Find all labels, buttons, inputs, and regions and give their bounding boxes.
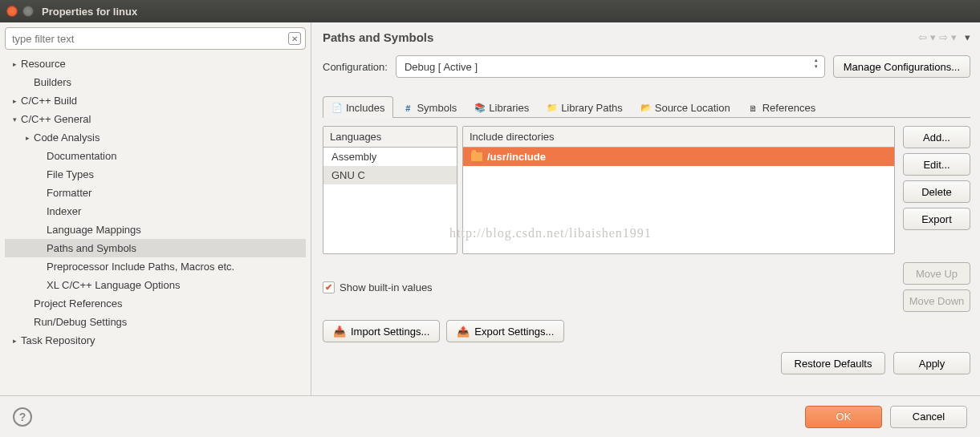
tree-item[interactable]: Formatter [5, 184, 306, 202]
content-pane: Paths and Symbols ⇦ ▾ ⇨ ▾ ▾ Configuratio… [311, 22, 980, 395]
tree-item[interactable]: ▸Code Analysis [5, 128, 306, 147]
tree-item[interactable]: Preprocessor Include Paths, Macros etc. [5, 257, 306, 276]
show-builtin-checkbox[interactable]: ✔ [323, 281, 335, 293]
tree-item-label: Preprocessor Include Paths, Macros etc. [47, 261, 234, 273]
tab-icon: 📚 [474, 103, 486, 114]
add-button[interactable]: Add... [903, 126, 970, 148]
tree-item-label: Builders [34, 76, 71, 88]
nav-history: ⇦ ▾ ⇨ ▾ ▾ [918, 31, 970, 43]
tree-item-label: XL C/C++ Language Options [47, 279, 180, 291]
tree-item[interactable]: XL C/C++ Language Options [5, 276, 306, 294]
window-minimize-button[interactable] [22, 6, 34, 17]
nav-forward-icon[interactable]: ⇨ [939, 31, 948, 43]
window-close-button[interactable] [6, 6, 18, 17]
tab-includes[interactable]: 📄Includes [323, 96, 393, 118]
edit-button[interactable]: Edit... [903, 153, 970, 176]
tree-item[interactable]: ▸Task Repository [5, 331, 306, 350]
tree-item[interactable]: Language Mappings [5, 221, 306, 239]
tree-item[interactable]: Documentation [5, 147, 306, 165]
tree-item-label: File Types [47, 168, 94, 180]
help-icon[interactable]: ? [13, 407, 32, 427]
nav-back-icon[interactable]: ⇦ [918, 31, 927, 43]
tree-item[interactable]: Run/Debug Settings [5, 313, 306, 331]
tree-item-label: Code Analysis [34, 132, 100, 144]
import-icon: 📥 [333, 326, 346, 338]
show-builtin-label: Show built-in values [340, 281, 433, 293]
twist-icon: ▾ [10, 115, 19, 123]
nav-forward-menu-icon[interactable]: ▾ [951, 31, 957, 43]
view-menu-icon[interactable]: ▾ [965, 31, 970, 43]
move-up-button[interactable]: Move Up [903, 262, 970, 285]
tab-source-location[interactable]: 📂Source Location [632, 96, 739, 118]
tab-icon: 📂 [640, 103, 652, 114]
sidebar: ✕ ▸ResourceBuilders▸C/C++ Build▾C/C++ Ge… [0, 22, 311, 395]
manage-configurations-button[interactable]: Manage Configurations... [833, 55, 970, 78]
tab-icon: 📁 [547, 103, 558, 114]
tree-item-label: Paths and Symbols [47, 242, 136, 254]
nav-back-menu-icon[interactable]: ▾ [930, 31, 936, 43]
ok-button[interactable]: OK [805, 406, 882, 428]
include-directories-header: Include directories [463, 127, 894, 148]
include-dir-row[interactable]: /usr/include [463, 148, 894, 166]
language-row[interactable]: Assembly [323, 148, 457, 166]
delete-button[interactable]: Delete [903, 180, 970, 203]
filter-input[interactable] [5, 27, 306, 50]
export-button[interactable]: Export [903, 208, 970, 230]
tab-bar: 📄Includes#Symbols📚Libraries📁Library Path… [323, 95, 970, 118]
tree-item[interactable]: ▸Resource [5, 55, 306, 73]
folder-icon [471, 152, 482, 161]
tab-icon: # [402, 103, 413, 114]
tree-item-label: Task Repository [21, 334, 95, 346]
tree-item[interactable]: ▾C/C++ General [5, 110, 306, 128]
tree-item-label: Run/Debug Settings [34, 316, 127, 328]
tree-item-label: Indexer [47, 205, 81, 217]
page-title: Paths and Symbols [323, 30, 433, 44]
twist-icon: ▸ [22, 134, 32, 142]
languages-header: Languages [323, 127, 457, 148]
tab-references[interactable]: 🗎References [739, 96, 824, 118]
tree-item[interactable]: ▸C/C++ Build [5, 91, 306, 110]
twist-icon: ▸ [10, 97, 19, 105]
export-icon: 📤 [457, 326, 470, 338]
twist-icon: ▸ [10, 337, 19, 345]
dialog-button-bar: ? OK Cancel [0, 395, 980, 437]
tree-item[interactable]: File Types [5, 165, 306, 184]
tree-item-label: Documentation [47, 150, 116, 162]
tab-icon: 📄 [331, 103, 343, 114]
tree-item-label: Formatter [47, 187, 91, 199]
window-title: Properties for linux [42, 6, 137, 18]
tree-item-label: C/C++ Build [21, 95, 77, 107]
tab-icon: 🗎 [748, 103, 759, 114]
export-settings-button[interactable]: 📤Export Settings... [446, 320, 564, 342]
titlebar: Properties for linux [0, 0, 980, 22]
twist-icon: ▸ [10, 60, 19, 68]
tree-item[interactable]: Indexer [5, 202, 306, 221]
restore-defaults-button[interactable]: Restore Defaults [781, 352, 885, 374]
category-tree[interactable]: ▸ResourceBuilders▸C/C++ Build▾C/C++ Gene… [5, 55, 306, 390]
move-down-button[interactable]: Move Down [903, 289, 970, 312]
clear-filter-icon[interactable]: ✕ [288, 32, 301, 45]
tab-symbols[interactable]: #Symbols [393, 96, 466, 118]
cancel-button[interactable]: Cancel [890, 406, 967, 428]
tree-item[interactable]: Project References [5, 294, 306, 313]
configuration-label: Configuration: [323, 61, 388, 73]
tab-library-paths[interactable]: 📁Library Paths [538, 96, 632, 118]
include-directories-list[interactable]: Include directories /usr/include [462, 126, 895, 254]
tree-item-label: Resource [21, 58, 66, 70]
tree-item-label: Language Mappings [47, 224, 141, 236]
tree-item[interactable]: Paths and Symbols [5, 239, 306, 257]
apply-button[interactable]: Apply [893, 352, 970, 374]
configuration-select[interactable]: Debug [ Active ] [396, 55, 825, 78]
languages-list[interactable]: Languages AssemblyGNU C [323, 126, 457, 254]
import-settings-button[interactable]: 📥Import Settings... [323, 320, 440, 342]
tab-libraries[interactable]: 📚Libraries [466, 96, 538, 118]
tree-item-label: Project References [34, 297, 123, 310]
tree-item[interactable]: Builders [5, 73, 306, 91]
tree-item-label: C/C++ General [21, 113, 91, 125]
language-row[interactable]: GNU C [323, 166, 457, 184]
